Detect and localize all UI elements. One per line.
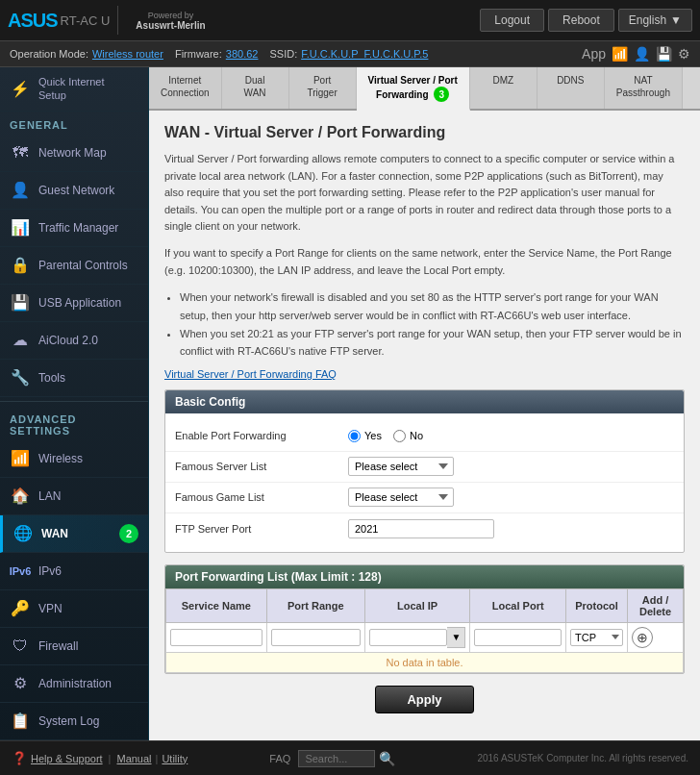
col-port-range: Port Range: [266, 588, 364, 622]
enable-no-radio[interactable]: [393, 430, 406, 442]
faq-link[interactable]: Virtual Server / Port Forwarding FAQ: [164, 368, 685, 380]
apply-button[interactable]: Apply: [375, 686, 473, 713]
famous-game-select[interactable]: Please select: [348, 488, 454, 507]
tab-dmz[interactable]: DMZ: [470, 67, 538, 109]
firmware-value[interactable]: 380.62: [226, 48, 259, 60]
sidebar-item-label: IPv6: [38, 564, 62, 578]
sidebar-item-lan[interactable]: 🏠 LAN: [0, 478, 148, 515]
sidebar-item-label: Administration: [38, 677, 112, 690]
ftp-port-label: FTP Server Port: [175, 523, 348, 535]
advanced-section-title: Advanced Settings: [0, 406, 148, 440]
ssid-value[interactable]: F.U.C.K.U.P F.U.C.K.U.P.5: [301, 48, 428, 60]
virtual-server-badge: 3: [434, 87, 449, 102]
famous-server-value: Please select: [348, 457, 674, 476]
tab-ddns[interactable]: DDNS: [538, 67, 605, 109]
add-delete-cell: ⊕: [628, 622, 684, 652]
tab-port-trigger[interactable]: PortTrigger: [289, 67, 357, 109]
manual-link[interactable]: Manual: [116, 753, 151, 764]
port-forwarding-header: Port Forwarding List (Max Limit : 128): [165, 565, 684, 588]
chevron-down-icon: ▼: [670, 13, 682, 27]
powered-by-text: Powered by: [148, 11, 194, 20]
sidebar-item-usb-application[interactable]: 💾 USB Application: [0, 285, 148, 322]
wan-badge: 2: [119, 524, 138, 543]
sidebar-item-firewall[interactable]: 🛡 Firewall: [0, 628, 148, 665]
operation-mode-value[interactable]: Wireless router: [92, 48, 163, 60]
powered-by: Powered by Asuswrt-Merlin: [136, 11, 205, 31]
sidebar-item-aicloud[interactable]: ☁ AiCloud 2.0: [0, 322, 148, 360]
tab-dual-wan[interactable]: DualWAN: [222, 67, 289, 109]
app-label: App: [582, 46, 606, 62]
aicloud-icon: ☁: [10, 330, 31, 351]
search-icon: 🔍: [379, 751, 395, 766]
ftp-port-input[interactable]: 2021: [348, 519, 494, 538]
sidebar-item-administration[interactable]: ⚙ Administration: [0, 665, 148, 703]
port-range-input[interactable]: [271, 629, 361, 646]
search-input[interactable]: [298, 750, 375, 767]
sidebar-item-system-log[interactable]: 📋 System Log: [0, 703, 148, 740]
local-ip-dropdown-button[interactable]: ▼: [447, 627, 465, 648]
help-support-link[interactable]: Help & Support: [31, 753, 103, 764]
bottom-bar: ❓ Help & Support | Manual | Utility FAQ …: [0, 740, 700, 775]
ftp-port-row: FTP Server Port 2021: [165, 513, 684, 544]
service-name-input[interactable]: [170, 629, 262, 646]
logout-button[interactable]: Logout: [480, 9, 544, 32]
famous-server-select[interactable]: Please select: [348, 457, 454, 476]
sidebar-item-wan[interactable]: 🌐 WAN 2: [0, 515, 148, 553]
language-text: English: [629, 13, 666, 27]
no-data-cell: No data in table.: [166, 652, 684, 672]
sidebar-item-label: System Log: [38, 714, 99, 728]
sidebar-item-ipv6[interactable]: IPv6 IPv6: [0, 553, 148, 590]
guest-network-icon: 👤: [10, 180, 31, 201]
tools-icon: 🔧: [10, 367, 31, 388]
language-button[interactable]: English ▼: [618, 9, 692, 32]
col-local-ip: Local IP: [364, 588, 470, 622]
router-model-text: RT-AC U: [61, 13, 111, 28]
enable-no-label[interactable]: No: [393, 430, 423, 442]
page-description-2: If you want to specify a Port Range for …: [164, 245, 685, 279]
port-forwarding-table: Service Name Port Range Local IP Local P…: [165, 588, 684, 673]
sidebar-item-label: LAN: [38, 489, 61, 503]
sidebar-divider: [0, 401, 148, 402]
tab-internet-connection[interactable]: InternetConnection: [149, 67, 222, 109]
local-ip-input[interactable]: [369, 629, 448, 646]
tab-virtual-server[interactable]: Virtual Server / PortForwarding 3: [357, 67, 470, 111]
faq-label: FAQ: [269, 753, 290, 764]
status-bar: Operation Mode: Wireless router Firmware…: [0, 40, 700, 67]
traffic-manager-icon: 📊: [10, 217, 31, 238]
port-forwarding-section: Port Forwarding List (Max Limit : 128) S…: [164, 564, 685, 674]
utility-link[interactable]: Utility: [162, 753, 188, 764]
reboot-button[interactable]: Reboot: [548, 9, 614, 32]
sidebar-item-guest-network[interactable]: 👤 Guest Network: [0, 172, 148, 210]
sidebar-item-network-map[interactable]: 🗺 Network Map: [0, 135, 148, 172]
table-header-row: Service Name Port Range Local IP Local P…: [166, 588, 684, 622]
enable-no-text: No: [410, 430, 423, 441]
enable-yes-radio[interactable]: [348, 430, 361, 442]
local-ip-cell: ▼: [364, 622, 470, 652]
sidebar-item-label: Tools: [38, 371, 65, 385]
sidebar-item-parental-controls[interactable]: 🔒 Parental Controls: [0, 247, 148, 285]
ftp-port-value: 2021: [348, 519, 674, 538]
sidebar-item-label: Network Map: [38, 146, 107, 160]
lan-icon: 🏠: [10, 486, 31, 507]
enable-port-forwarding-row: Enable Port Forwarding Yes No: [165, 421, 684, 452]
asus-logo: ASUS: [8, 10, 58, 32]
enable-yes-label[interactable]: Yes: [348, 430, 382, 442]
protocol-select[interactable]: TCP UDP BOTH: [570, 629, 623, 646]
tab-nat-passthrough[interactable]: NATPassthrough: [605, 67, 683, 109]
sidebar-item-tools[interactable]: 🔧 Tools: [0, 360, 148, 397]
operation-mode-label: Operation Mode:: [10, 48, 88, 60]
status-icons: App 📶 👤 💾 ⚙: [582, 46, 690, 62]
general-section-title: General: [0, 112, 148, 135]
service-name-cell: [166, 622, 267, 652]
help-icon: ❓: [12, 751, 27, 765]
sidebar-item-traffic-manager[interactable]: 📊 Traffic Manager: [0, 210, 148, 247]
sidebar-item-vpn[interactable]: 🔑 VPN: [0, 590, 148, 628]
local-port-input[interactable]: [474, 629, 562, 646]
famous-game-value: Please select: [348, 488, 674, 507]
sidebar-item-wireless[interactable]: 📶 Wireless: [0, 440, 148, 478]
copyright-text: 2016 ASUSTeK Computer Inc. All rights re…: [477, 753, 688, 763]
add-rule-button[interactable]: ⊕: [632, 627, 653, 648]
famous-server-row: Famous Server List Please select: [165, 452, 684, 483]
sidebar-item-quick-internet[interactable]: ⚡ Quick InternetSetup: [0, 67, 148, 112]
ssid-label: SSID:: [269, 48, 297, 60]
